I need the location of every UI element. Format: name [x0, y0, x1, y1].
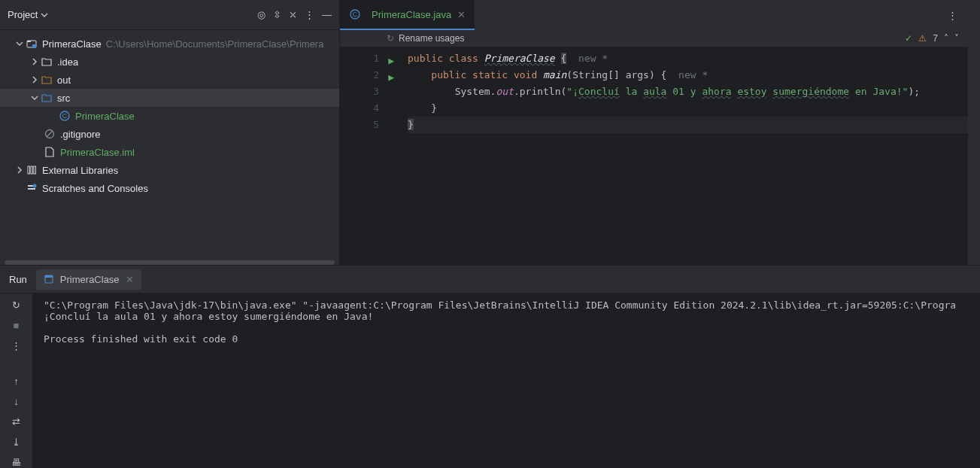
tree-node-idea[interactable]: .idea: [0, 53, 339, 71]
print-icon[interactable]: 🖶: [11, 457, 21, 468]
expand-icon[interactable]: ⇳: [273, 9, 281, 20]
chevron-right-icon: [31, 76, 38, 84]
tree-node-gitignore[interactable]: .gitignore: [0, 125, 339, 143]
warning-icon[interactable]: ⚠: [918, 33, 927, 44]
run-config-tab[interactable]: PrimeraClase ✕: [36, 269, 141, 290]
chevron-down-icon: [41, 11, 48, 19]
stop-icon[interactable]: ■: [14, 320, 20, 331]
tree-node-iml[interactable]: PrimeraClase.iml: [0, 143, 339, 161]
more-icon[interactable]: ⋮: [11, 340, 21, 351]
up-icon[interactable]: ↑: [14, 375, 19, 387]
tree-node-java-file[interactable]: C PrimeraClase: [0, 107, 339, 125]
chevron-up-icon[interactable]: ˄: [944, 33, 948, 44]
wrap-icon[interactable]: ⇄: [12, 416, 20, 427]
tree-node-out[interactable]: out: [0, 71, 339, 89]
folder-icon: [41, 74, 53, 86]
chevron-down-icon[interactable]: ˅: [954, 33, 959, 44]
svg-rect-9: [34, 166, 36, 174]
svg-rect-11: [28, 188, 35, 190]
node-label: .gitignore: [60, 129, 100, 140]
svg-rect-2: [32, 44, 36, 48]
more-icon[interactable]: ⋮: [305, 9, 314, 20]
close-icon[interactable]: ✕: [126, 274, 134, 285]
root-name: PrimeraClase: [42, 38, 102, 50]
locate-icon[interactable]: ◎: [257, 9, 265, 20]
project-sidebar: Project ◎ ⇳ ⤫ ⋮ — PrimeraClase C:\Users\…: [0, 0, 340, 265]
run-gutter-icon[interactable]: ▶: [388, 53, 394, 69]
code-editor[interactable]: public class PrimeraClase { new * public…: [385, 47, 968, 265]
run-gutter-icon[interactable]: ▶: [388, 69, 394, 86]
root-path: C:\Users\Home\Documents\PrimeraClase\Pri…: [106, 38, 324, 50]
class-icon: C: [59, 110, 71, 122]
down-icon[interactable]: ↓: [14, 396, 19, 407]
svg-rect-16: [45, 275, 53, 278]
check-icon[interactable]: ✓: [905, 33, 912, 44]
more-icon[interactable]: ⋮: [937, 10, 968, 21]
class-icon: C: [349, 8, 361, 20]
chevron-right-icon: [31, 58, 38, 65]
tree-root[interactable]: PrimeraClase C:\Users\Home\Documents\Pri…: [0, 35, 339, 53]
chevron-right-icon: [16, 166, 23, 174]
scratches-icon: [26, 182, 38, 194]
editor-tab[interactable]: C PrimeraClase.java ✕: [340, 0, 475, 30]
application-icon: [44, 274, 54, 284]
rerun-icon[interactable]: ↻: [12, 299, 20, 311]
svg-rect-1: [27, 41, 31, 42]
module-icon: [26, 38, 38, 50]
project-tree: PrimeraClase C:\Users\Home\Documents\Pri…: [0, 30, 339, 260]
run-panel: Run PrimeraClase ✕ ↻ ■ ⋮ ↑ ↓ ⇄ ⤓ 🖶 "C:\P…: [0, 265, 980, 468]
node-label: Scratches and Consoles: [42, 183, 148, 194]
minimize-icon[interactable]: —: [322, 9, 332, 20]
run-tab-label: PrimeraClase: [60, 274, 120, 285]
tree-node-src[interactable]: src: [0, 89, 339, 107]
editor-panel: C PrimeraClase.java ✕ ⋮ ↻ Rename usages …: [340, 0, 968, 265]
right-toolbar: [968, 0, 980, 265]
close-icon[interactable]: ✕: [457, 9, 466, 20]
run-tools: ↻ ■ ⋮ ↑ ↓ ⇄ ⤓ 🖶: [0, 293, 33, 468]
tree-node-extlibs[interactable]: External Libraries: [0, 161, 339, 179]
svg-point-12: [33, 184, 37, 188]
node-label: External Libraries: [42, 165, 118, 176]
file-icon: [44, 146, 56, 158]
collapse-icon[interactable]: ⤫: [289, 9, 297, 20]
library-icon: [26, 164, 38, 176]
tree-node-scratches[interactable]: Scratches and Consoles: [0, 179, 339, 197]
node-label: out: [57, 74, 71, 86]
project-panel-title[interactable]: Project: [8, 9, 38, 20]
folder-icon: [41, 92, 53, 104]
chevron-down-icon: [16, 40, 23, 47]
svg-text:C: C: [353, 11, 358, 18]
run-panel-title[interactable]: Run: [9, 274, 27, 285]
svg-text:C: C: [62, 112, 68, 120]
line-gutter: 1▶ 2▶ 3 4 5: [340, 47, 385, 265]
node-label: PrimeraClase.iml: [60, 147, 135, 158]
folder-icon: [41, 56, 53, 68]
rename-banner: ↻ Rename usages ✓ ⚠ 7 ˄ ˅: [340, 30, 968, 47]
svg-rect-8: [31, 166, 33, 174]
banner-text: Rename usages: [399, 33, 464, 44]
node-label: PrimeraClase: [75, 111, 135, 122]
svg-rect-7: [28, 166, 30, 174]
chevron-down-icon: [31, 94, 38, 102]
scroll-icon[interactable]: ⤓: [12, 436, 20, 448]
checks-count: 7: [933, 33, 938, 44]
node-label: .idea: [57, 56, 78, 68]
ignore-icon: [44, 128, 56, 140]
svg-line-6: [47, 131, 53, 137]
node-label: src: [57, 93, 70, 104]
rename-icon[interactable]: ↻: [387, 33, 394, 44]
tab-label: PrimeraClase.java: [372, 9, 451, 20]
console-output[interactable]: "C:\Program Files\Java\jdk-17\bin\java.e…: [33, 293, 980, 468]
